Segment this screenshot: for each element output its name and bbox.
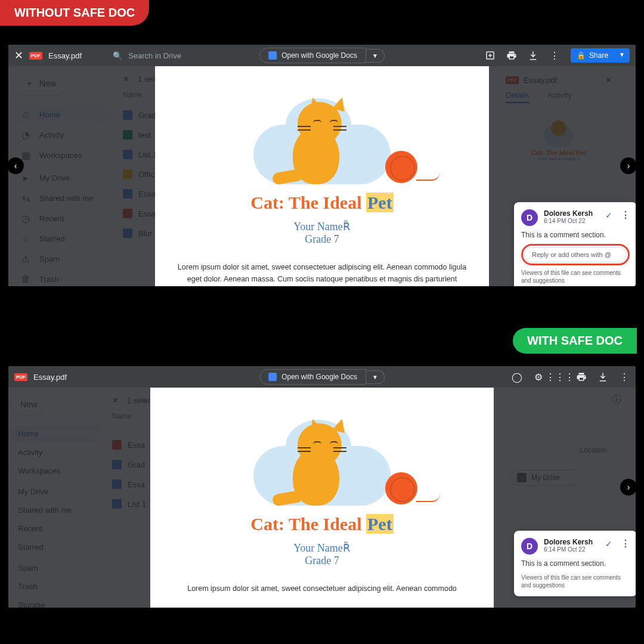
- document-grade: Grade 7: [305, 233, 339, 246]
- open-with-label: Open with Google Docs: [281, 51, 357, 60]
- open-with-label: Open with Google Docs: [281, 373, 357, 381]
- download-icon[interactable]: [597, 371, 608, 382]
- share-dropdown[interactable]: ▼: [614, 48, 630, 63]
- screenshot-with-safedoc: New Home Activity Workspaces My Drive Sh…: [8, 366, 636, 608]
- next-page-button[interactable]: ›: [620, 157, 636, 174]
- print-icon[interactable]: [576, 371, 587, 382]
- document-title: Cat: The Ideal Pet: [250, 514, 393, 534]
- comment-more-icon[interactable]: ⋮: [621, 209, 630, 221]
- highlighted-text: Pet: [366, 193, 394, 212]
- download-icon[interactable]: [528, 50, 538, 61]
- help-icon[interactable]: ◯: [512, 371, 522, 382]
- avatar: D: [521, 538, 538, 555]
- document-body: Lorem ipsum dolor sit amet, sweet consec…: [174, 261, 470, 285]
- preview-topbar: PDF Essay.pdf Open with Google Docs ▼ ◯ …: [8, 366, 636, 388]
- search-icon: 🔍: [113, 51, 122, 60]
- resolve-icon[interactable]: ✓: [605, 210, 612, 220]
- more-icon[interactable]: ⋮: [619, 371, 630, 382]
- open-with-dropdown[interactable]: ▼: [366, 370, 385, 384]
- preview-filename: Essay.pdf: [33, 373, 67, 382]
- comment-text: This is a comment section.: [521, 231, 630, 239]
- share-label: Share: [589, 51, 608, 60]
- comment-visibility-note: Viewers of this file can see comments an…: [521, 269, 630, 284]
- document-author: Your NameȐ: [293, 541, 351, 555]
- open-with-dropdown[interactable]: ▼: [366, 49, 385, 63]
- comment-timestamp: 6:14 PM Oct 22: [544, 546, 593, 553]
- open-with-button[interactable]: Open with Google Docs: [259, 369, 366, 385]
- pdf-icon: PDF: [29, 52, 42, 60]
- badge-without-safedoc: WITHOUT SAFE DOC: [0, 0, 149, 26]
- comment-text: This is a comment section.: [521, 559, 630, 568]
- badge-with-safedoc: WITH SAFE DOC: [513, 328, 637, 354]
- comment-card: D Dolores Kersh6:14 PM Oct 22 ✓⋮ This is…: [514, 531, 636, 596]
- apps-icon[interactable]: ⋮⋮⋮: [555, 371, 565, 382]
- reply-input[interactable]: Reply or add others with @: [524, 247, 627, 262]
- document-preview: Cat: The Ideal Pet Your NameȐ Grade 7 Lo…: [155, 66, 489, 286]
- document-title: Cat: The Ideal Pet: [250, 193, 393, 213]
- lock-icon: 🔒: [577, 51, 586, 60]
- google-docs-icon: [268, 373, 277, 381]
- comment-visibility-note: Viewers of this file can see comments an…: [521, 574, 630, 589]
- commenter-name: Dolores Kersh: [544, 209, 593, 218]
- google-docs-icon: [268, 51, 277, 60]
- search-placeholder: Search in Drive: [128, 51, 181, 60]
- add-to-drive-icon[interactable]: [485, 50, 496, 61]
- cat-illustration: [250, 83, 394, 184]
- open-with-button[interactable]: Open with Google Docs: [259, 48, 366, 63]
- close-preview-icon[interactable]: ✕: [14, 49, 23, 62]
- screenshot-without-safedoc: ＋New ⌂Home ◔Activity ▦Workspaces ▸My Dri…: [8, 45, 636, 286]
- reply-field-highlight: Reply or add others with @: [521, 244, 630, 265]
- preview-topbar: ✕ PDF Essay.pdf 🔍Search in Drive Open wi…: [8, 45, 636, 66]
- preview-filename: Essay.pdf: [48, 51, 82, 60]
- print-icon[interactable]: [506, 50, 517, 61]
- document-grade: Grade 7: [305, 555, 339, 567]
- comment-card: D Dolores Kersh6:14 PM Oct 22 ✓⋮ This is…: [514, 202, 636, 286]
- document-author: Your NameȐ: [293, 220, 351, 233]
- share-button[interactable]: 🔒Share: [571, 48, 614, 63]
- settings-icon[interactable]: ⚙: [533, 371, 544, 382]
- comment-more-icon[interactable]: ⋮: [621, 538, 630, 549]
- highlighted-text: Pet: [366, 514, 394, 534]
- document-body: Lorem ipsum dolor sit amet, sweet consec…: [187, 583, 457, 595]
- cat-illustration: [250, 404, 394, 506]
- next-page-button[interactable]: ›: [620, 479, 636, 496]
- avatar: D: [521, 209, 538, 226]
- document-preview: Cat: The Ideal Pet Your NameȐ Grade 7 Lo…: [150, 388, 494, 608]
- more-icon[interactable]: ⋮: [549, 50, 560, 61]
- commenter-name: Dolores Kersh: [544, 538, 593, 546]
- search-input[interactable]: 🔍Search in Drive: [113, 51, 181, 60]
- resolve-icon[interactable]: ✓: [605, 539, 612, 549]
- pdf-icon: PDF: [14, 373, 27, 381]
- comment-timestamp: 6:14 PM Oct 22: [544, 218, 593, 224]
